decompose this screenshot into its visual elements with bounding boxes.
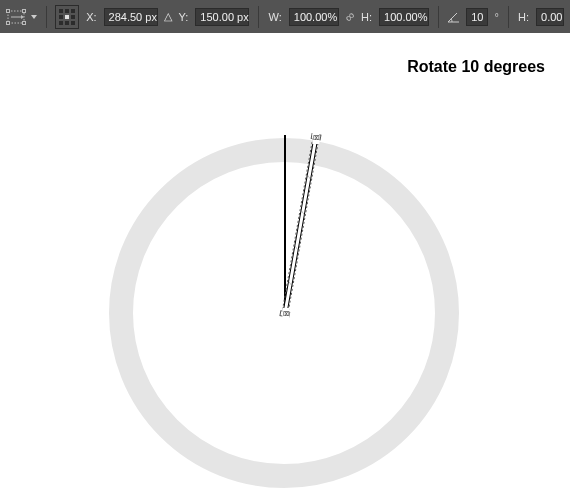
degree-symbol: ° [494,11,498,23]
svg-rect-4 [23,21,26,24]
x-position-input[interactable]: 284.50 px [104,8,158,26]
y-position-input[interactable]: 150.00 px [195,8,249,26]
svg-marker-6 [21,15,24,19]
height-scale-input[interactable]: 100.00% [379,8,429,26]
svg-rect-3 [7,21,10,24]
transform-handle-top[interactable]: ⌧ [312,132,319,144]
document-canvas[interactable]: Rotate 10 degrees ⌧ ⌧ [0,33,570,500]
svg-rect-7 [283,137,318,313]
rotation-angle-input[interactable]: 10 [466,8,488,26]
skew-h-label: H: [517,11,530,23]
clock-hand-rotated[interactable] [0,33,570,500]
y-label: Y: [178,11,190,23]
h-label: H: [360,11,373,23]
svg-rect-2 [23,9,26,12]
skew-h-input[interactable]: 0.00 [536,8,564,26]
delta-toggle-icon[interactable]: △ [164,10,172,23]
transform-handle-bottom[interactable]: ⌧ [282,308,289,320]
reference-point-grid[interactable] [55,5,79,29]
link-aspect-icon[interactable]: ∞ [341,8,358,25]
width-scale-input[interactable]: 100.00% [289,8,339,26]
svg-rect-1 [7,9,10,12]
x-label: X: [85,11,97,23]
angle-icon [447,11,460,23]
w-label: W: [268,11,283,23]
tool-dropdown-arrow-icon[interactable] [31,15,37,19]
free-transform-tool[interactable] [6,9,37,25]
transform-tool-icon [6,9,26,25]
transform-options-bar: X: 284.50 px △ Y: 150.00 px W: 100.00% ∞… [0,0,570,33]
